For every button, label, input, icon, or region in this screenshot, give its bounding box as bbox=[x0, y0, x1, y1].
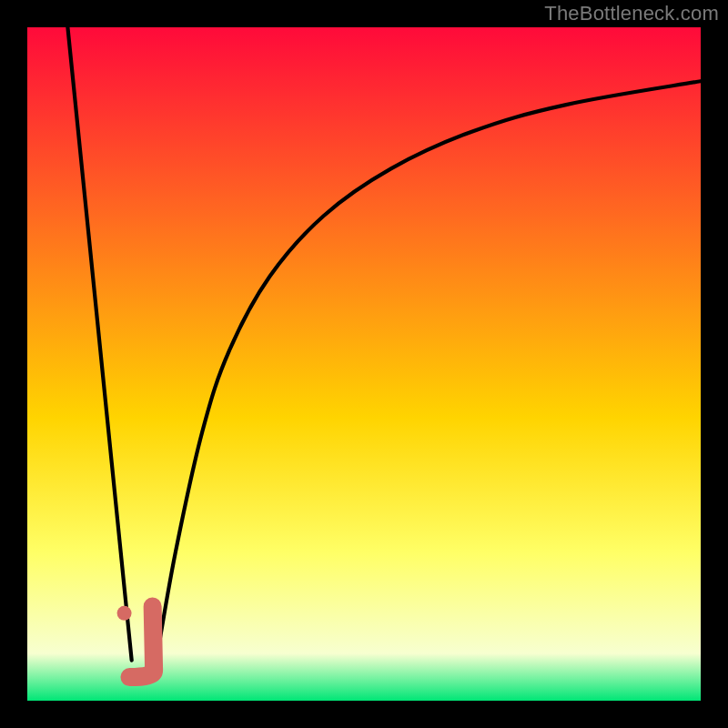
chart-frame: TheBottleneck.com bbox=[0, 0, 728, 728]
gradient-background bbox=[27, 27, 701, 701]
plot-svg bbox=[27, 27, 701, 701]
plot-area bbox=[27, 27, 701, 701]
watermark-label: TheBottleneck.com bbox=[544, 2, 719, 25]
marker-dot bbox=[117, 606, 132, 621]
